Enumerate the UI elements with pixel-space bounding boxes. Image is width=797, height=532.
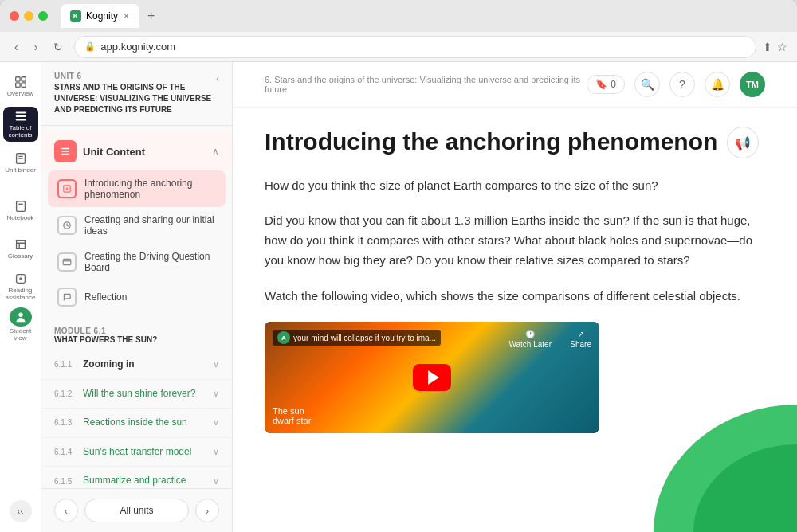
browser-toolbar: ‹ › ↻ 🔒 app.kognity.com ⬆ ☆	[0, 32, 797, 62]
unit-content-icon	[54, 140, 77, 162]
share-label: Share	[570, 340, 591, 349]
unit-content-chevron-icon: ∧	[212, 146, 219, 157]
new-tab-button[interactable]: +	[143, 7, 159, 25]
bookmark-button[interactable]: 🔖 0	[587, 75, 625, 94]
minimize-traffic-light[interactable]	[24, 11, 33, 21]
url-text: app.kognity.com	[100, 41, 175, 53]
watch-later-button[interactable]: 🕐 Watch Later	[508, 330, 552, 349]
close-traffic-light[interactable]	[10, 11, 19, 21]
next-button[interactable]: ›	[195, 499, 219, 522]
icon-nav-student-label: Student view	[3, 328, 38, 342]
forward-button[interactable]: ›	[29, 37, 43, 57]
refresh-button[interactable]: ↻	[49, 37, 68, 57]
sidebar-item-reflection[interactable]: Reflection	[41, 280, 232, 314]
module-header: MODULE 6.1 WHAT POWERS THE SUN?	[41, 320, 232, 350]
content-paragraph-1: How do you think the size of planet Eart…	[265, 176, 759, 196]
icon-nav-glossary-label: Glossary	[8, 253, 33, 260]
sidebar-item-unit-binder[interactable]: Unit binder	[3, 145, 38, 180]
content-title: Introducing the anchoring phenomenon	[265, 127, 759, 157]
help-button[interactable]: ?	[669, 72, 695, 97]
back-button[interactable]: ‹	[10, 37, 23, 57]
bookmark-icon[interactable]: ☆	[777, 41, 787, 53]
unit-label: UNIT 6	[54, 72, 216, 80]
svg-rect-10	[16, 201, 25, 211]
sidebar-item-driving[interactable]: Creating the Driving Question Board	[41, 244, 232, 280]
svg-rect-1	[21, 76, 25, 80]
sidebar-item-student-view[interactable]: Student view	[3, 307, 38, 342]
sidebar-item-overview[interactable]: Overview	[3, 68, 38, 104]
module-title-2: Reactions inside the sun	[83, 417, 206, 429]
clock-icon: 🕐	[525, 330, 535, 338]
module-chevron-3-icon: ∨	[213, 447, 219, 457]
svg-rect-0	[15, 76, 19, 80]
module-num-0: 6.1.1	[54, 360, 77, 369]
module-num-2: 6.1.3	[54, 418, 77, 427]
sidebar-item-anchoring[interactable]: Introducing the anchoring phenomenon	[48, 170, 226, 207]
content-body: Introducing the anchoring phenomenon 📢 H…	[233, 108, 791, 452]
topbar-actions: 🔖 0 🔍 ? 🔔 TM	[587, 72, 765, 97]
share-button[interactable]: ↗ Share	[570, 330, 591, 349]
video-subtitle-2: dwarf star	[273, 416, 311, 425]
user-avatar-button[interactable]: TM	[740, 72, 765, 97]
module-chevron-2-icon: ∨	[213, 417, 219, 428]
icon-nav: Overview Table of contents Unit binder N…	[0, 62, 41, 532]
tab-close-button[interactable]: ✕	[123, 11, 130, 22]
module-title-4: Summarize and practice	[83, 475, 206, 487]
module-item-1[interactable]: 6.1.2 Will the sun shine forever? ∨	[41, 380, 232, 409]
tab-bar: K Kognity ✕ +	[61, 4, 787, 28]
svg-rect-3	[21, 82, 25, 86]
sidebar-item-toc[interactable]: Table of contents	[3, 107, 38, 142]
video-player[interactable]: A your mind will collapse if you try to …	[265, 322, 599, 433]
all-units-label: All units	[120, 505, 153, 516]
browser-titlebar: K Kognity ✕ +	[0, 0, 797, 32]
svg-point-23	[693, 444, 797, 532]
address-bar[interactable]: 🔒 app.kognity.com	[74, 36, 756, 58]
module-item-2[interactable]: 6.1.3 Reactions inside the sun ∨	[41, 409, 232, 438]
sidebar-item-notebook[interactable]: Notebook	[3, 193, 38, 228]
module-item-3[interactable]: 6.1.4 Sun's heat transfer model ∨	[41, 438, 232, 467]
active-tab[interactable]: K Kognity ✕	[61, 4, 139, 28]
unit-content-header[interactable]: Unit Content ∧	[41, 132, 232, 170]
search-button[interactable]: 🔍	[634, 72, 660, 97]
icon-nav-notebook-label: Notebook	[6, 215, 33, 222]
bookmark-icon: 🔖	[595, 79, 607, 90]
module-chevron-1-icon: ∨	[213, 389, 219, 399]
anchoring-icon	[57, 179, 77, 198]
svg-rect-2	[15, 82, 19, 86]
avatar-initials: TM	[746, 80, 759, 89]
prev-button[interactable]: ‹	[54, 499, 78, 522]
svg-point-12	[18, 313, 22, 317]
maximize-traffic-light[interactable]	[38, 11, 48, 21]
module-chevron-0-icon: ∨	[213, 359, 219, 370]
svg-rect-6	[15, 119, 26, 121]
reflection-icon	[57, 288, 77, 307]
browser-window: K Kognity ✕ + ‹ › ↻ 🔒 app.kognity.com ⬆ …	[0, 0, 797, 532]
share-icon[interactable]: ⬆	[763, 41, 772, 53]
collapse-nav-button[interactable]: ‹‹	[10, 500, 32, 522]
icon-nav-reading-label: Reading assistance	[3, 288, 38, 302]
icon-nav-toc-label: Table of contents	[3, 125, 38, 139]
unit-collapse-button[interactable]: ‹	[216, 73, 219, 84]
all-units-button[interactable]: All units	[84, 499, 189, 522]
unit-title: STARS AND THE ORIGINS OF THE UNIVERSE: V…	[54, 82, 216, 115]
unit-header: UNIT 6 STARS AND THE ORIGINS OF THE UNIV…	[41, 62, 232, 126]
module-item-4[interactable]: 6.1.5 Summarize and practice ∨	[41, 467, 232, 488]
sidebar-item-reading[interactable]: Reading assistance	[3, 269, 38, 304]
sidebar-item-sharing[interactable]: Creating and sharing our initial ideas	[41, 207, 232, 244]
module-title-1: Will the sun shine forever?	[83, 388, 206, 401]
announcement-button[interactable]: 📢	[727, 127, 759, 158]
icon-nav-binder-label: Unit binder	[5, 167, 36, 174]
reflection-label: Reflection	[84, 291, 127, 303]
module-title: WHAT POWERS THE SUN?	[54, 335, 219, 344]
lock-icon: 🔒	[84, 41, 96, 52]
notifications-button[interactable]: 🔔	[705, 72, 730, 97]
module-item-0[interactable]: 6.1.1 Zooming in ∨	[41, 350, 232, 380]
content-paragraph-3: Watch the following video, which shows t…	[265, 287, 759, 307]
sharing-label: Creating and sharing our initial ideas	[84, 214, 219, 237]
sidebar-item-glossary[interactable]: Glossary	[3, 231, 38, 266]
share-icon: ↗	[578, 330, 584, 338]
play-button[interactable]	[413, 364, 451, 391]
module-section: MODULE 6.1 WHAT POWERS THE SUN? 6.1.1 Zo…	[41, 320, 232, 488]
module-label: MODULE 6.1	[54, 327, 219, 335]
video-subtitle-1: The sun	[273, 406, 311, 416]
